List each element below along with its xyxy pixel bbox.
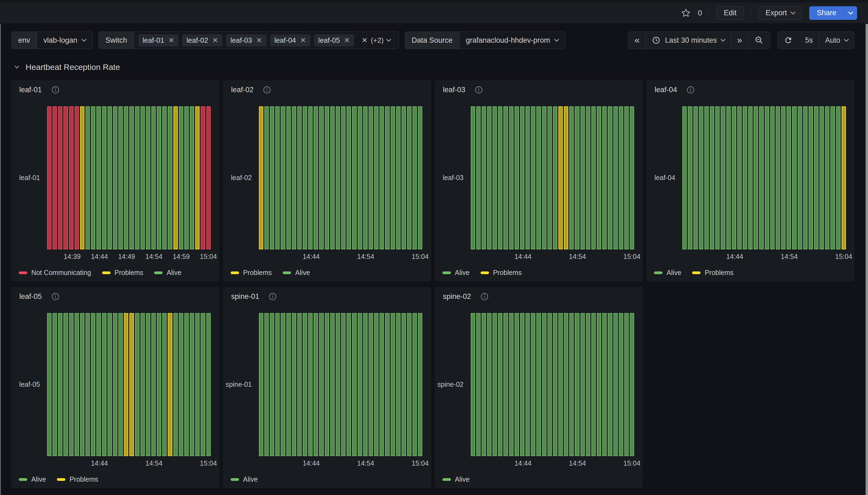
status-bar-alive[interactable]	[547, 313, 552, 456]
info-icon[interactable]	[51, 292, 60, 301]
status-bar-alive[interactable]	[688, 106, 692, 250]
legend-item-not_communicating[interactable]: Not Communicating	[19, 269, 91, 277]
status-bar-not_communicating[interactable]	[63, 106, 68, 250]
time-shift-forward-button[interactable]: »	[731, 32, 748, 49]
left-edge-scrollbar[interactable]	[0, 2, 1, 495]
status-bar-alive[interactable]	[402, 313, 406, 456]
status-bar-alive[interactable]	[292, 106, 296, 250]
status-bar-alive[interactable]	[108, 106, 112, 250]
status-bar-alive[interactable]	[308, 106, 313, 250]
status-bar-alive[interactable]	[710, 106, 714, 250]
status-bar-alive[interactable]	[363, 313, 367, 456]
legend-item-alive[interactable]: Alive	[19, 475, 46, 483]
status-bar-alive[interactable]	[721, 106, 725, 250]
status-bar-alive[interactable]	[787, 106, 791, 250]
status-bar-alive[interactable]	[531, 106, 535, 250]
status-bar-alive[interactable]	[275, 106, 280, 250]
status-bar-alive[interactable]	[770, 106, 775, 250]
status-bar-alive[interactable]	[402, 106, 406, 250]
status-bar-alive[interactable]	[396, 313, 400, 456]
status-bar-alive[interactable]	[91, 313, 95, 456]
switch-tag[interactable]: leaf-01✕	[138, 34, 179, 47]
status-bar-alive[interactable]	[630, 313, 634, 456]
info-icon[interactable]	[263, 86, 271, 94]
status-bar-alive[interactable]	[542, 106, 546, 250]
status-bar-alive[interactable]	[374, 313, 378, 456]
status-bar-alive[interactable]	[391, 313, 395, 456]
panel-title[interactable]: leaf-05	[19, 292, 42, 301]
status-bar-alive[interactable]	[737, 106, 742, 250]
status-bar-alive[interactable]	[141, 313, 145, 456]
remove-tag-icon[interactable]: ✕	[344, 37, 350, 44]
status-bar-alive[interactable]	[520, 313, 524, 456]
page-scrollbar[interactable]	[866, 24, 868, 495]
status-bar-alive[interactable]	[487, 106, 491, 250]
remove-tag-icon[interactable]: ✕	[212, 37, 218, 44]
status-bar-alive[interactable]	[471, 106, 475, 250]
status-bar-alive[interactable]	[275, 313, 280, 456]
status-bar-alive[interactable]	[75, 313, 79, 456]
status-bar-alive[interactable]	[91, 106, 95, 250]
legend-item-alive[interactable]: Alive	[442, 269, 470, 277]
status-bar-alive[interactable]	[476, 313, 480, 456]
status-bar-alive[interactable]	[58, 313, 62, 456]
status-bar-alive[interactable]	[509, 313, 513, 456]
status-bar-alive[interactable]	[525, 106, 530, 250]
row-header-heartbeat-reception-rate[interactable]: Heartbeat Reception Rate	[15, 63, 120, 72]
status-bar-alive[interactable]	[504, 106, 508, 250]
legend-item-problems[interactable]: Problems	[692, 269, 734, 277]
share-button[interactable]: Share	[809, 6, 844, 20]
status-bar-alive[interactable]	[151, 106, 156, 250]
status-bar-problems[interactable]	[195, 106, 200, 250]
status-bar-alive[interactable]	[303, 313, 307, 456]
status-bar-alive[interactable]	[418, 106, 422, 250]
status-bar-alive[interactable]	[385, 106, 389, 250]
status-bar-alive[interactable]	[385, 313, 389, 456]
status-bar-alive[interactable]	[379, 313, 384, 456]
status-bar-alive[interactable]	[498, 106, 502, 250]
status-bar-alive[interactable]	[341, 313, 345, 456]
status-bar-alive[interactable]	[531, 313, 535, 456]
state-timeline-plot[interactable]	[682, 106, 846, 250]
status-bar-alive[interactable]	[264, 106, 269, 250]
status-bar-alive[interactable]	[820, 106, 824, 250]
status-bar-alive[interactable]	[575, 106, 579, 250]
legend-item-problems[interactable]: Problems	[102, 269, 144, 277]
status-bar-alive[interactable]	[341, 106, 345, 250]
status-bar-alive[interactable]	[704, 106, 709, 250]
status-bar-alive[interactable]	[259, 313, 263, 456]
share-menu-button[interactable]	[844, 6, 857, 20]
status-bar-alive[interactable]	[113, 106, 117, 250]
status-bar-alive[interactable]	[759, 106, 764, 250]
status-bar-alive[interactable]	[602, 313, 607, 456]
status-bar-alive[interactable]	[325, 106, 329, 250]
info-icon[interactable]	[268, 292, 277, 301]
status-bar-alive[interactable]	[748, 106, 753, 250]
status-bar-alive[interactable]	[135, 106, 140, 250]
status-bar-alive[interactable]	[809, 106, 813, 250]
status-bar-alive[interactable]	[108, 313, 112, 456]
status-bar-problems[interactable]	[124, 313, 128, 456]
status-bar-alive[interactable]	[580, 106, 585, 250]
legend-item-problems[interactable]: Problems	[231, 269, 272, 277]
status-bar-alive[interactable]	[765, 106, 769, 250]
status-bar-not_communicating[interactable]	[75, 106, 79, 250]
status-bar-alive[interactable]	[591, 313, 596, 456]
state-timeline-plot[interactable]	[47, 106, 211, 250]
panel-title[interactable]: leaf-01	[19, 86, 42, 94]
panel-title[interactable]: spine-01	[231, 292, 260, 301]
status-bar-alive[interactable]	[831, 106, 835, 250]
status-bar-alive[interactable]	[162, 106, 167, 250]
status-bar-alive[interactable]	[135, 313, 140, 456]
state-timeline-plot[interactable]	[471, 313, 634, 456]
status-bar-alive[interactable]	[325, 313, 329, 456]
status-bar-alive[interactable]	[525, 313, 530, 456]
panel-title[interactable]: leaf-04	[655, 86, 677, 94]
status-bar-alive[interactable]	[553, 313, 557, 456]
status-bar-alive[interactable]	[407, 106, 411, 250]
status-bar-alive[interactable]	[358, 106, 362, 250]
info-icon[interactable]	[51, 86, 60, 94]
status-bar-alive[interactable]	[825, 106, 829, 250]
status-bar-alive[interactable]	[184, 106, 189, 250]
legend-item-alive[interactable]: Alive	[231, 475, 258, 483]
